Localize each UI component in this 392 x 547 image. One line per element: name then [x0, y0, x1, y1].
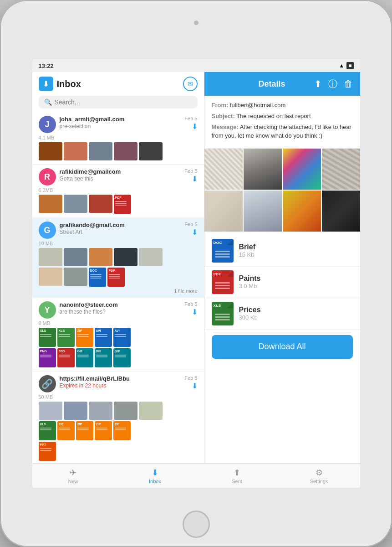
xls2-tag: XLS — [59, 329, 73, 332]
ipad-frame: 13:22 ▲ ■ ⬇ Inbox ✉ — [0, 0, 392, 547]
avi2-tag: AVI — [115, 329, 129, 332]
file-item-brief[interactable]: DOC Brief 15 Kb — [204, 235, 360, 267]
email-date-dl-4: Feb 5 ⬇ — [184, 301, 197, 316]
email-meta-4: nanoinfo@steer.com are these the files? — [60, 301, 181, 315]
photo-grid-row2 — [204, 191, 360, 232]
compose-button[interactable]: ✉ — [183, 77, 198, 91]
photo-cell-5[interactable] — [204, 191, 243, 232]
thumb-2-1 — [39, 195, 62, 213]
pdf-line-3 — [115, 205, 127, 206]
doc-tag-3: DOC — [90, 269, 105, 272]
zip4-tag-5: ZIP — [115, 423, 129, 426]
nav-item-inbox[interactable]: ⬇ Inbox — [114, 464, 196, 488]
png-lines — [40, 355, 55, 358]
email-date-5: Feb 5 — [184, 375, 197, 381]
file-ext-brief: DOC — [214, 241, 222, 245]
photo-cell-3[interactable] — [283, 149, 321, 190]
photo-cell-8[interactable] — [322, 191, 360, 232]
nav-item-sent[interactable]: ⬆ Sent — [196, 464, 278, 488]
email-meta-1: joha_armit@gmail.com pre-selection — [60, 116, 181, 129]
email-details: From: fulibert@hotmail.com Subject: The … — [204, 96, 360, 149]
thumbnail-row-1 — [39, 142, 198, 160]
delete-button[interactable]: 🗑 — [344, 79, 353, 89]
download-all-button[interactable]: Download All — [212, 335, 353, 359]
thumb-3-5 — [139, 248, 163, 266]
battery-icon: ■ — [346, 62, 353, 69]
nav-item-new[interactable]: ✈ New — [32, 464, 114, 488]
inbox-down-arrow-icon: ⬇ — [43, 80, 49, 88]
file-item-paints[interactable]: PDF Paints 3.0 Mb — [204, 267, 360, 298]
email-from-3: grafikando@gmail.com — [60, 222, 181, 228]
doc-line-3 — [90, 278, 102, 279]
file-ext-paints: PDF — [214, 272, 222, 276]
thumb-1-3 — [89, 142, 112, 160]
thumb-2-2 — [64, 195, 87, 213]
file-item-prices[interactable]: XLS Prices 300 Kb — [204, 298, 360, 330]
app-content: ⬇ Inbox ✉ 🔍 — [32, 72, 360, 463]
file-corner-prices — [227, 302, 234, 308]
photo-cell-6[interactable] — [244, 191, 282, 232]
xls1-lines — [40, 334, 55, 338]
nav-item-settings[interactable]: ⚙ Settings — [278, 464, 360, 488]
search-input[interactable] — [55, 98, 192, 106]
zip4-lines-5 — [115, 428, 129, 431]
email-size-3: 10 MB — [39, 241, 198, 246]
status-bar: 13:22 ▲ ■ — [32, 59, 360, 72]
nav-new-icon: ✈ — [70, 468, 76, 478]
zip1-tag: ZIP — [77, 329, 92, 332]
screen: 13:22 ▲ ■ ⬇ Inbox ✉ — [32, 59, 360, 488]
from-row: From: fulibert@hotmail.com — [212, 101, 353, 109]
pdf-icon-3: PDF — [107, 268, 125, 287]
zip3-lines-5 — [96, 428, 111, 431]
email-item-3-header: G grafikando@gmail.com Street Art Feb 5 … — [39, 222, 198, 239]
email-item-1[interactable]: J joha_armit@gmail.com pre-selection Feb… — [32, 112, 204, 165]
ipad-home-button[interactable] — [183, 511, 210, 538]
email-meta-3: grafikando@gmail.com Street Art — [60, 222, 181, 235]
thumb-1-2 — [64, 142, 87, 160]
subject-label: Subject: — [212, 113, 235, 119]
png-tag: PNG — [40, 350, 55, 353]
file-corner-paints — [227, 270, 234, 277]
share-button[interactable]: ⬆ — [314, 78, 322, 89]
compose-icon-symbol: ✉ — [188, 80, 193, 88]
inbox-title-group: ⬇ Inbox — [39, 77, 81, 91]
email-date-dl-1: Feb 5 ⬇ — [184, 116, 197, 131]
file-lines-paints — [215, 282, 230, 290]
ppt-lines-5 — [40, 448, 55, 452]
info-button[interactable]: ⓘ — [328, 78, 337, 90]
pdf-line-3c — [109, 278, 121, 279]
nav-new-label: New — [68, 479, 78, 484]
zip2-icon-5: ZIP — [76, 421, 93, 440]
thumbnail-row-5c: PPT — [39, 442, 198, 461]
search-bar[interactable]: 🔍 — [39, 96, 198, 108]
thumb-1-1 — [39, 142, 62, 160]
gif3-icon-4: GIF — [113, 348, 131, 367]
email-subject-3: Street Art — [60, 229, 181, 235]
nav-settings-icon: ⚙ — [316, 468, 323, 478]
file-icon-brief: DOC — [212, 239, 234, 263]
png-icon-4: PNG — [39, 348, 56, 367]
xls-tag-5: XLS — [40, 423, 55, 426]
link-expiry-5: Expires in 22 hours — [60, 382, 181, 389]
gif2-icon-4: GIF — [95, 348, 112, 367]
photo-cell-4[interactable] — [322, 149, 360, 190]
email-item-5[interactable]: 🔗 https://fil.email/qBrLlBbu Expires in … — [32, 372, 204, 463]
inbox-title: Inbox — [57, 79, 81, 89]
email-item-3[interactable]: G grafikando@gmail.com Street Art Feb 5 … — [32, 218, 204, 298]
photo-cell-7[interactable] — [283, 191, 321, 232]
photo-cell-2[interactable] — [244, 149, 282, 190]
avi1-icon-4: AVI — [95, 328, 112, 347]
zip1-icon-5: ZIP — [57, 421, 75, 440]
file-ext-prices: XLS — [214, 304, 221, 308]
thumb-3-1 — [39, 248, 62, 266]
email-item-2[interactable]: R rafikidime@gmailcom Gotta see this Feb… — [32, 165, 204, 218]
email-item-4[interactable]: Y nanoinfo@steer.com are these the files… — [32, 298, 204, 372]
pdf-lines-3 — [109, 274, 123, 279]
file-icon-paints: PDF — [212, 270, 234, 294]
photo-cell-1[interactable] — [204, 149, 243, 190]
xls-icon-5: XLS — [39, 421, 56, 440]
thumbnail-row-4a: XLS XLS — [39, 328, 198, 347]
email-date-2: Feb 5 — [184, 168, 197, 174]
avatar-3: G — [39, 222, 56, 239]
thumb-3-2 — [64, 248, 87, 266]
